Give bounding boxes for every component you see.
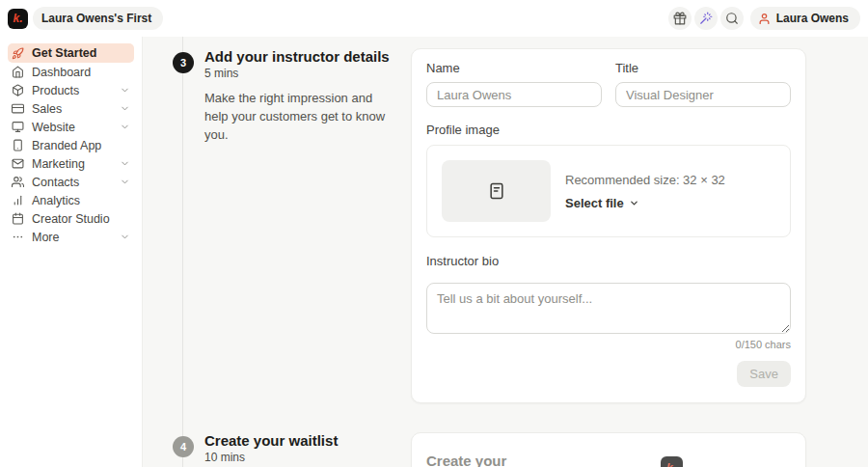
sidebar-item-products[interactable]: Products	[8, 81, 134, 99]
app-logo[interactable]: k.	[8, 9, 28, 29]
sidebar-item-more[interactable]: More	[8, 228, 134, 246]
step-4-duration: 10 mins	[204, 451, 392, 464]
sidebar-item-creator-studio[interactable]: Creator Studio	[8, 209, 134, 228]
app-logo-letter: k.	[13, 12, 22, 25]
instructor-details-card: Name Title Profile image	[411, 48, 806, 403]
smartphone-icon	[12, 139, 24, 151]
credit-card-icon	[12, 102, 24, 115]
step-3-duration: 5 mins	[204, 67, 392, 80]
topbar-actions: Laura Owens	[668, 7, 860, 30]
sidebar-item-branded-app[interactable]: Branded App	[8, 136, 134, 154]
select-file-label: Select file	[565, 196, 624, 210]
chevron-down-icon	[120, 103, 130, 114]
home-icon	[12, 66, 24, 78]
sidebar-item-label: Products	[32, 84, 112, 97]
calendar-icon	[12, 212, 24, 225]
sidebar: Get Started Dashboard Products Sales	[0, 37, 143, 467]
package-icon	[12, 84, 24, 96]
step-3-section: 3 Add your instructor details 5 mins Mak…	[143, 48, 806, 403]
chevron-down-icon	[629, 198, 639, 208]
sidebar-item-dashboard[interactable]: Dashboard	[8, 63, 134, 81]
step-3-info: 3 Add your instructor details 5 mins Mak…	[143, 48, 411, 145]
step-3-title: Add your instructor details	[204, 48, 392, 65]
waitlist-card: Create your waitlist Focus on building a…	[411, 432, 806, 467]
waitlist-preview: k. Sign up for my waitlist!	[552, 453, 791, 467]
name-input[interactable]	[426, 82, 602, 107]
monitor-icon	[12, 121, 24, 133]
main-content: 3 Add your instructor details 5 mins Mak…	[143, 37, 868, 467]
sidebar-item-label: More	[32, 231, 112, 244]
chevron-down-icon	[120, 158, 130, 169]
step-4-info: 4 Create your waitlist 10 mins Import co…	[143, 432, 411, 467]
preview-logo: k.	[661, 456, 683, 467]
user-name: Laura Owens	[776, 12, 849, 25]
char-counter: 0/150 chars	[426, 339, 791, 350]
workspace-switcher[interactable]: k. Laura Owens's First	[8, 7, 163, 30]
sidebar-item-label: Creator Studio	[32, 212, 130, 226]
sidebar-item-website[interactable]: Website	[8, 118, 134, 136]
workspace-name[interactable]: Laura Owens's First	[33, 7, 163, 30]
profile-image-label: Profile image	[426, 123, 791, 137]
topbar: k. Laura Owens's First Laura Owens	[0, 0, 868, 37]
sidebar-item-label: Contacts	[32, 176, 112, 189]
chevron-down-icon	[120, 85, 130, 96]
sidebar-item-label: Sales	[32, 102, 112, 116]
sidebar-item-marketing[interactable]: Marketing	[8, 154, 134, 173]
step-4-section: 4 Create your waitlist 10 mins Import co…	[143, 432, 806, 467]
sidebar-item-label: Get Started	[32, 46, 130, 60]
magic-wand-button[interactable]	[694, 7, 718, 30]
sidebar-item-label: Marketing	[32, 157, 112, 171]
recommended-size-text: Recommended size: 32 × 32	[565, 173, 725, 187]
mail-icon	[12, 157, 24, 170]
step-3-description: Make the right impression and help your …	[204, 90, 392, 145]
search-button[interactable]	[720, 7, 744, 30]
profile-image-uploader: Recommended size: 32 × 32 Select file	[426, 145, 791, 237]
step-3-number: 3	[173, 52, 194, 73]
chevron-down-icon	[120, 232, 130, 242]
user-icon	[758, 13, 771, 25]
step-4-number: 4	[173, 436, 194, 457]
chevron-down-icon	[120, 177, 130, 187]
title-input[interactable]	[615, 82, 791, 107]
search-icon	[725, 12, 739, 25]
title-label: Title	[615, 61, 791, 75]
rocket-icon	[12, 47, 24, 60]
file-icon	[487, 181, 506, 201]
sidebar-item-label: Website	[32, 121, 112, 134]
sidebar-item-analytics[interactable]: Analytics	[8, 191, 134, 209]
waitlist-card-title: Create your waitlist	[426, 453, 552, 467]
sidebar-item-sales[interactable]: Sales	[8, 99, 134, 118]
image-placeholder[interactable]	[442, 160, 551, 222]
sidebar-item-label: Dashboard	[32, 66, 130, 79]
gift-icon	[673, 12, 687, 25]
save-button[interactable]: Save	[737, 361, 791, 387]
sidebar-item-label: Branded App	[32, 139, 130, 152]
users-icon	[12, 176, 24, 188]
preview-logo-letter: k.	[666, 461, 676, 467]
name-label: Name	[426, 61, 602, 75]
chevron-down-icon	[120, 122, 130, 132]
sidebar-item-get-started[interactable]: Get Started	[8, 43, 134, 63]
user-menu-button[interactable]: Laura Owens	[750, 7, 860, 30]
instructor-bio-textarea[interactable]	[426, 283, 791, 334]
magic-wand-icon	[699, 12, 713, 25]
sidebar-item-label: Analytics	[32, 194, 130, 207]
bar-chart-icon	[12, 194, 24, 206]
instructor-bio-label: Instructor bio	[426, 254, 791, 268]
step-4-title: Create your waitlist	[204, 432, 392, 449]
gift-button[interactable]	[668, 7, 692, 30]
sidebar-item-contacts[interactable]: Contacts	[8, 173, 134, 191]
select-file-button[interactable]: Select file	[565, 196, 725, 210]
ellipsis-icon	[12, 231, 24, 243]
